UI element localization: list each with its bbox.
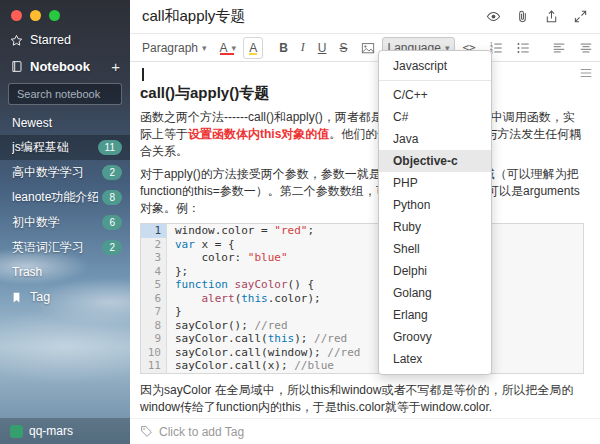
notebook-count-badge: 11 — [98, 140, 122, 155]
line-number: 6 — [141, 292, 167, 306]
language-option[interactable]: Golang — [379, 282, 491, 304]
font-color-button[interactable]: A — [214, 37, 243, 59]
underline-button[interactable]: U — [312, 37, 333, 59]
align-left-button[interactable] — [546, 37, 572, 59]
notebook-item[interactable]: 高中数学学习 2 — [0, 160, 130, 185]
line-number: 10 — [141, 346, 167, 360]
code-line[interactable]: 6 alert(this.color); — [141, 292, 583, 306]
code-text: window.color = "red"; — [167, 224, 314, 238]
code-line[interactable]: 1window.color = "red"; — [141, 224, 583, 238]
line-number: 2 — [141, 238, 167, 252]
code-text: sayColor.call(this); //red — [167, 332, 347, 346]
code-line[interactable]: 11sayColor.call(x); //blue — [141, 359, 583, 373]
minimize-window-button[interactable] — [30, 10, 41, 21]
code-text: function sayColor() { — [167, 278, 314, 292]
notebook-item-label: 初中数学 — [12, 214, 98, 231]
code-line[interactable]: 8sayColor(); //red — [141, 319, 583, 333]
star-icon — [10, 34, 23, 47]
language-option[interactable]: Python — [379, 194, 491, 216]
code-text: } — [167, 305, 182, 319]
paragraph: 因为sayColor 在全局域中，所以this和window或者不写都是等价的，… — [140, 382, 584, 416]
align-center-button[interactable] — [573, 37, 599, 59]
sidebar-item-newest[interactable]: Newest — [0, 111, 130, 135]
code-text: var x = { — [167, 238, 235, 252]
notebook-item[interactable]: 初中数学 6 — [0, 210, 130, 235]
notebook-item[interactable]: js编程基础 11 — [0, 135, 130, 160]
share-icon[interactable] — [544, 9, 559, 24]
notebook-count-badge: 2 — [102, 165, 122, 180]
language-option[interactable]: Ruby — [379, 216, 491, 238]
unordered-list-icon — [516, 41, 530, 55]
fullscreen-icon[interactable] — [573, 9, 588, 24]
language-option[interactable]: Delphi — [379, 260, 491, 282]
code-text: sayColor(); //red — [167, 319, 288, 333]
code-line[interactable]: 7} — [141, 305, 583, 319]
language-option[interactable]: C/C++ — [379, 84, 491, 106]
paragraph-style-label: Paragraph — [142, 41, 198, 55]
tag-icon — [140, 425, 153, 438]
code-block[interactable]: 1window.color = "red";2var x = {3 color:… — [140, 223, 584, 374]
user-avatar — [10, 425, 23, 438]
sidebar-item-starred[interactable]: Starred — [0, 27, 130, 53]
unordered-list-button[interactable] — [510, 37, 536, 59]
language-option-selected[interactable]: Objective-c — [379, 150, 491, 172]
paragraph-style-dropdown[interactable]: Paragraph — [136, 37, 213, 59]
code-text: }; — [167, 265, 188, 279]
note-editor[interactable]: call()与apply()专题 函数之两个方法------call()和app… — [130, 62, 600, 418]
align-center-icon — [579, 41, 593, 55]
notebook-item-label: js编程基础 — [12, 139, 94, 156]
language-option[interactable]: Latex — [379, 348, 491, 370]
notebook-item[interactable]: 英语词汇学习 2 — [0, 235, 130, 260]
code-line[interactable]: 5function sayColor() { — [141, 278, 583, 292]
language-option[interactable]: C# — [379, 106, 491, 128]
italic-button[interactable]: I — [295, 36, 311, 59]
attachment-icon[interactable] — [515, 9, 530, 24]
note-header: call和apply专题 — [130, 0, 600, 34]
language-dropdown-menu: Javascript C/C++ C# Java Objective-c PHP… — [378, 50, 492, 375]
code-line[interactable]: 4}; — [141, 265, 583, 279]
close-window-button[interactable] — [11, 10, 22, 21]
main-panel: call和apply专题 Paragraph A A B I — [130, 0, 600, 444]
document-heading: call()与apply()专题 — [140, 84, 584, 103]
language-option[interactable]: Javascript — [379, 55, 491, 77]
code-line[interactable]: 10sayColor.call(window); //red — [141, 346, 583, 360]
add-notebook-icon[interactable]: + — [111, 62, 120, 72]
outline-toggle-button[interactable] — [579, 66, 593, 83]
line-number: 7 — [141, 305, 167, 319]
align-left-icon — [552, 41, 566, 55]
code-text: alert(this.color); — [167, 292, 321, 306]
line-number: 3 — [141, 251, 167, 265]
user-bar[interactable]: qq-mars — [0, 418, 130, 444]
language-option[interactable]: Java — [379, 128, 491, 150]
user-name: qq-mars — [29, 424, 73, 438]
tag-section-label: Tag — [30, 290, 50, 304]
search-notebook-input[interactable] — [8, 83, 122, 105]
code-line[interactable]: 3 color: "blue" — [141, 251, 583, 265]
sidebar-item-notebook[interactable]: Notebook + — [0, 53, 130, 80]
language-option[interactable]: Erlang — [379, 304, 491, 326]
line-number: 1 — [141, 224, 167, 238]
notebook-item-label: 高中数学学习 — [12, 164, 98, 181]
insert-image-button[interactable] — [355, 37, 381, 59]
tag-bar[interactable]: Click to add Tag — [130, 418, 600, 444]
preview-eye-icon[interactable] — [486, 9, 501, 24]
notebook-item[interactable]: leanote功能介绍 8 — [0, 185, 130, 210]
bold-button[interactable]: B — [273, 37, 294, 59]
language-option[interactable]: PHP — [379, 172, 491, 194]
code-line[interactable]: 2var x = { — [141, 238, 583, 252]
font-color-swatch — [220, 53, 235, 55]
strikethrough-button[interactable]: S — [333, 37, 353, 59]
bookmark-icon — [10, 291, 23, 304]
code-text: sayColor.call(window); //red — [167, 346, 360, 360]
sidebar-item-tag[interactable]: Tag — [0, 284, 130, 310]
notebook-icon — [10, 60, 23, 73]
zoom-window-button[interactable] — [49, 10, 60, 21]
note-title[interactable]: call和apply专题 — [142, 7, 486, 26]
editor-toolbar: Paragraph A A B I U S Language <> — [130, 34, 600, 62]
language-option[interactable]: Groovy — [379, 326, 491, 348]
code-line[interactable]: 9sayColor.call(this); //red — [141, 332, 583, 346]
highlight-color-button[interactable]: A — [243, 37, 263, 59]
sidebar-item-trash[interactable]: Trash — [0, 260, 130, 284]
menu-lines-icon — [579, 66, 593, 80]
language-option[interactable]: Shell — [379, 238, 491, 260]
